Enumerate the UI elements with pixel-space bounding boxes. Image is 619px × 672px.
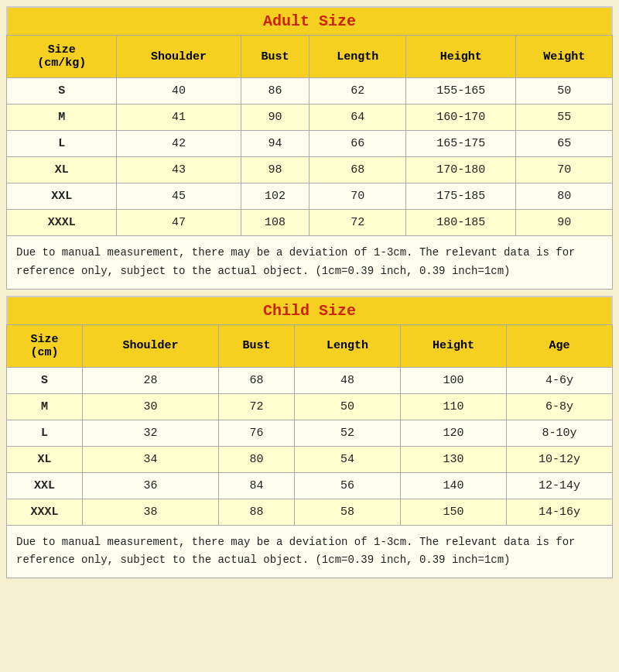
adult-table-row: S408662155-16550 — [7, 78, 613, 105]
adult-data-cell: 68 — [310, 157, 406, 183]
child-table-row: M3072501106-8y — [7, 393, 613, 420]
adult-data-cell: 64 — [310, 105, 406, 131]
child-table-row: S2868481004-6y — [7, 367, 613, 393]
child-size-cell: XXL — [7, 472, 83, 499]
child-data-cell: 130 — [400, 446, 506, 472]
adult-data-cell: 62 — [310, 78, 406, 105]
adult-col-bust: Bust — [241, 36, 310, 78]
adult-data-cell: 90 — [516, 210, 613, 236]
child-data-cell: 32 — [82, 420, 218, 446]
child-data-cell: 68 — [219, 367, 295, 393]
child-data-cell: 140 — [400, 472, 506, 499]
adult-col-size: Size(cm/kg) — [7, 36, 117, 78]
child-table-row: XXL36845614012-14y — [7, 472, 613, 499]
child-col-shoulder: Shoulder — [82, 324, 218, 367]
child-data-cell: 10-12y — [506, 446, 612, 472]
child-data-cell: 38 — [82, 499, 218, 525]
child-data-cell: 58 — [294, 499, 400, 525]
adult-table-row: L429466165-17565 — [7, 131, 613, 157]
adult-header-row: Size(cm/kg) Shoulder Bust Length Height … — [7, 36, 613, 78]
child-size-cell: M — [7, 393, 83, 420]
adult-data-cell: 86 — [241, 78, 310, 105]
child-col-bust: Bust — [219, 324, 295, 367]
adult-data-cell: 80 — [516, 183, 613, 210]
child-data-cell: 36 — [82, 472, 218, 499]
child-data-cell: 100 — [400, 367, 506, 393]
adult-size-cell: L — [7, 131, 117, 157]
adult-data-cell: 42 — [117, 131, 241, 157]
child-col-length: Length — [294, 324, 400, 367]
child-data-cell: 120 — [400, 420, 506, 446]
child-size-cell: XXXL — [7, 499, 83, 525]
adult-data-cell: 102 — [241, 183, 310, 210]
child-data-cell: 110 — [400, 393, 506, 420]
child-data-cell: 8-10y — [506, 420, 612, 446]
adult-size-cell: XL — [7, 157, 117, 183]
adult-table-row: XXXL4710872180-18590 — [7, 210, 613, 236]
child-data-cell: 52 — [294, 420, 400, 446]
child-data-cell: 48 — [294, 367, 400, 393]
adult-data-cell: 90 — [241, 105, 310, 131]
child-data-cell: 28 — [82, 367, 218, 393]
child-table-row: XL34805413010-12y — [7, 446, 613, 472]
page-wrapper: Adult Size Size(cm/kg) Shoulder Bust Len… — [0, 0, 619, 591]
adult-data-cell: 40 — [117, 78, 241, 105]
adult-col-height: Height — [406, 36, 516, 78]
adult-data-cell: 43 — [117, 157, 241, 183]
child-data-cell: 72 — [219, 393, 295, 420]
child-data-cell: 84 — [219, 472, 295, 499]
adult-data-cell: 45 — [117, 183, 241, 210]
child-size-cell: S — [7, 367, 83, 393]
child-data-cell: 34 — [82, 446, 218, 472]
adult-data-cell: 70 — [310, 183, 406, 210]
child-data-cell: 50 — [294, 393, 400, 420]
adult-data-cell: 108 — [241, 210, 310, 236]
adult-data-cell: 47 — [117, 210, 241, 236]
adult-table-row: XXL4510270175-18580 — [7, 183, 613, 210]
child-size-cell: L — [7, 420, 83, 446]
child-col-age: Age — [506, 324, 612, 367]
adult-table-row: M419064160-17055 — [7, 105, 613, 131]
adult-data-cell: 180-185 — [406, 210, 516, 236]
adult-data-cell: 170-180 — [406, 157, 516, 183]
adult-data-cell: 160-170 — [406, 105, 516, 131]
adult-data-cell: 66 — [310, 131, 406, 157]
adult-data-cell: 175-185 — [406, 183, 516, 210]
child-data-cell: 88 — [219, 499, 295, 525]
adult-data-cell: 55 — [516, 105, 613, 131]
child-data-cell: 6-8y — [506, 393, 612, 420]
child-size-section: Child Size Size(cm) Shoulder Bust Length… — [6, 296, 613, 579]
child-data-cell: 76 — [219, 420, 295, 446]
child-header-row: Size(cm) Shoulder Bust Length Height Age — [7, 324, 613, 367]
child-data-cell: 14-16y — [506, 499, 612, 525]
child-data-cell: 4-6y — [506, 367, 612, 393]
child-table-row: L3276521208-10y — [7, 420, 613, 446]
adult-note: Due to manual measurement, there may be … — [6, 236, 613, 290]
adult-size-cell: S — [7, 78, 117, 105]
adult-data-cell: 41 — [117, 105, 241, 131]
adult-table-row: XL439868170-18070 — [7, 157, 613, 183]
adult-size-cell: XXXL — [7, 210, 117, 236]
child-data-cell: 54 — [294, 446, 400, 472]
adult-data-cell: 50 — [516, 78, 613, 105]
child-table-row: XXXL38885815014-16y — [7, 499, 613, 525]
adult-data-cell: 98 — [241, 157, 310, 183]
adult-size-cell: M — [7, 105, 117, 131]
adult-size-title: Adult Size — [6, 6, 613, 35]
child-data-cell: 56 — [294, 472, 400, 499]
adult-data-cell: 94 — [241, 131, 310, 157]
child-size-title: Child Size — [6, 296, 613, 324]
adult-data-cell: 65 — [516, 131, 613, 157]
child-col-height: Height — [400, 324, 506, 367]
adult-data-cell: 165-175 — [406, 131, 516, 157]
child-note: Due to manual measurement, there may be … — [6, 526, 613, 579]
adult-data-cell: 70 — [516, 157, 613, 183]
child-data-cell: 30 — [82, 393, 218, 420]
child-size-table: Size(cm) Shoulder Bust Length Height Age… — [6, 324, 613, 526]
adult-data-cell: 155-165 — [406, 78, 516, 105]
child-size-cell: XL — [7, 446, 83, 472]
child-col-size: Size(cm) — [7, 324, 83, 367]
adult-col-weight: Weight — [516, 36, 613, 78]
child-data-cell: 150 — [400, 499, 506, 525]
adult-size-table: Size(cm/kg) Shoulder Bust Length Height … — [6, 35, 613, 236]
